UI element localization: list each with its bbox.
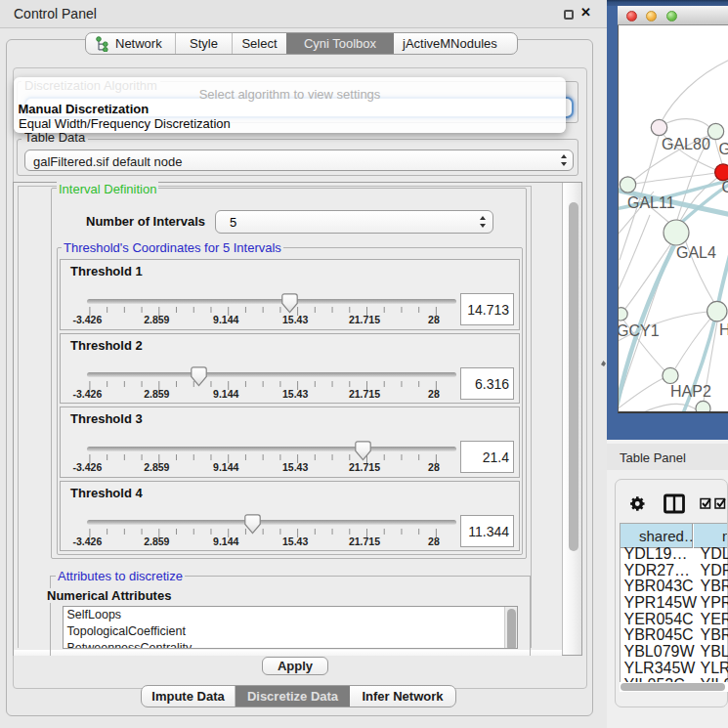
svg-text:GCY1: GCY1	[619, 322, 660, 339]
svg-text:HAP2: HAP2	[670, 383, 711, 400]
svg-text:GA: GA	[719, 141, 728, 157]
svg-text:GAL80: GAL80	[662, 136, 710, 152]
svg-text:H: H	[719, 321, 728, 338]
svg-text:C: C	[722, 179, 728, 195]
svg-text:GAL4: GAL4	[676, 244, 716, 261]
svg-text:GAL11: GAL11	[627, 194, 675, 211]
